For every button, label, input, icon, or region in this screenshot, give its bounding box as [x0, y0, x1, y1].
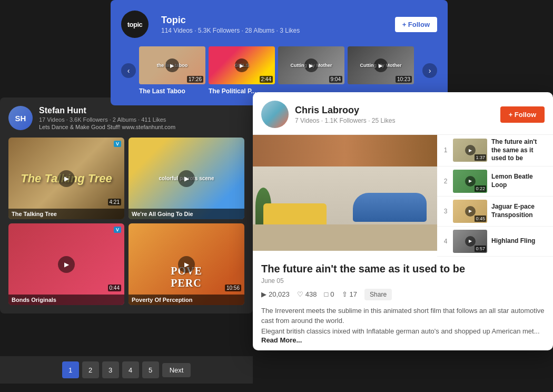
playlist-item-2[interactable]: 2 ▶ 0:22 Lemon Beatle Loop [437, 166, 553, 197]
play-icon-4: ▶ [374, 58, 388, 72]
duration-1: 17:26 [187, 76, 203, 83]
playlist-play-3: ▶ [465, 206, 476, 217]
chris-meta: 7 Videos · 1.1K Followers · 25 Likes [295, 117, 396, 124]
stefan-play-2: ▶ [178, 170, 195, 187]
stefan-label-1: The Talking Tree [8, 209, 124, 219]
stefan-videos: The Talking Tree ▶ V 4:21 The Talking Tr… [8, 138, 244, 305]
stefan-avatar: SH [8, 106, 33, 130]
chris-main-video[interactable] [253, 135, 437, 251]
playlist-thumb-2: ▶ 0:22 [453, 170, 487, 193]
playlist-title-1: The future ain't the same as it used to … [491, 138, 548, 163]
stefan-meta: 17 Videos · 3.6K Followers · 2 Albums · … [39, 116, 175, 123]
topic-header: topic Topic 114 Videos · 5.3K Followers … [121, 11, 437, 38]
stat-shares[interactable]: ⇧ 17 [342, 290, 357, 298]
playlist-thumb-3: ▶ 0:45 [453, 200, 487, 223]
chris-video-title: The future ain't the same as it used to … [261, 263, 545, 275]
duration-2: 2:44 [260, 76, 273, 83]
stefan-dur-3: 0:44 [108, 285, 121, 291]
playlist-dur-2: 0:22 [475, 185, 486, 192]
stefan-bio: Lets Dance & Make Good Stuff! www.stefan… [39, 124, 175, 130]
stefan-dur-4: 10:56 [225, 285, 241, 291]
stefan-card: SH Stefan Hunt 17 Videos · 3.6K Follower… [0, 97, 253, 313]
topic-thumb-1[interactable]: the last taboo ▶ 17:26 [139, 46, 205, 84]
topic-thumb-3[interactable]: Cutting My Mother ▶ 9:04 [278, 46, 344, 84]
playlist-item-4[interactable]: 4 ▶ 0:57 Highland Fling [437, 227, 553, 257]
chris-card: Chris Labrooy 7 Videos · 1.1K Followers … [253, 92, 553, 350]
playlist-thumb-4: ▶ 0:57 [453, 230, 487, 253]
playlist-play-2: ▶ [465, 176, 476, 187]
playlist-title-2: Lemon Beatle Loop [491, 173, 548, 189]
stefan-label-4: Poverty Of Perception [129, 295, 244, 305]
playlist-num-1: 1 [442, 146, 449, 154]
chris-video-date: June 05 [261, 277, 545, 285]
playlist-play-1: ▶ [465, 145, 476, 155]
playlist-thumb-1: ▶ 1:37 [453, 139, 487, 162]
page-btn-2[interactable]: 2 [82, 361, 99, 378]
playlist-info-3: Jaguar E-pace Transposition [491, 203, 548, 219]
stefan-header: SH Stefan Hunt 17 Videos · 3.6K Follower… [8, 106, 244, 130]
share-count-icon: ⇧ [342, 290, 348, 298]
chris-video-description: The Irreverent meets the sublime in this… [261, 306, 545, 337]
topic-caption-1: The Last Taboo [139, 87, 205, 95]
pagination: 1 2 3 4 5 Next [0, 356, 253, 384]
stat-comments[interactable]: □ 0 [324, 290, 334, 298]
topic-prev-button[interactable]: ‹ [121, 63, 136, 78]
chris-playlist: 1 ▶ 1:37 The future ain't the same as it… [437, 135, 553, 257]
stefan-play-4: ▶ [178, 256, 195, 273]
stefan-label-2: We're All Going To Die [129, 209, 244, 219]
stefan-info: Stefan Hunt 17 Videos · 3.6K Followers ·… [39, 106, 175, 130]
chris-follow-button[interactable]: + Follow [500, 106, 545, 123]
topic-thumb-2[interactable]: GIRLS ▶ 2:44 [209, 46, 275, 84]
playlist-info-2: Lemon Beatle Loop [491, 173, 548, 189]
page-btn-5[interactable]: 5 [142, 361, 159, 378]
stefan-thumb-1[interactable]: The Talking Tree ▶ V 4:21 The Talking Tr… [8, 138, 124, 219]
duration-3: 9:04 [329, 76, 342, 83]
share-button[interactable]: Share [364, 289, 392, 300]
chris-body: 1 ▶ 1:37 The future ain't the same as it… [253, 135, 553, 257]
playlist-dur-4: 0:57 [475, 246, 486, 252]
topic-thumb-4[interactable]: Cutting My Mother ▶ 10:23 [348, 46, 414, 84]
topic-video-list: ‹ the last taboo ▶ 17:26 The Last Taboo … [121, 46, 437, 95]
page-btn-1[interactable]: 1 [62, 361, 79, 378]
play-icon-3: ▶ [304, 58, 318, 72]
playlist-num-2: 2 [442, 178, 449, 185]
car-decoration [353, 193, 427, 222]
playlist-item-3[interactable]: 3 ▶ 0:45 Jaguar E-pace Transposition [437, 197, 553, 227]
page-next-button[interactable]: Next [162, 363, 191, 377]
heart-icon: ♡ [297, 290, 303, 298]
chris-video-info: The future ain't the same as it used to … [253, 257, 553, 351]
topic-info: Topic 114 Videos · 5.3K Followers · 28 A… [161, 15, 300, 34]
chris-name: Chris Labrooy [295, 105, 396, 116]
topic-thumbs: the last taboo ▶ 17:26 The Last Taboo GI… [139, 46, 419, 95]
playlist-play-4: ▶ [465, 236, 476, 247]
stefan-thumb-2[interactable]: colorful parrots scene ▶ We're All Going… [129, 138, 244, 219]
playlist-dur-1: 1:37 [475, 154, 486, 161]
playlist-dur-3: 0:45 [475, 215, 486, 222]
stefan-thumb-4[interactable]: POVEPERC ▶ 10:56 Poverty Of Perception [129, 223, 244, 305]
vimeo-logo-3: V [114, 227, 121, 233]
stat-likes[interactable]: ♡ 438 [297, 290, 317, 298]
stefan-play-3: ▶ [58, 256, 75, 273]
chris-header: Chris Labrooy 7 Videos · 1.1K Followers … [253, 92, 553, 135]
topic-next-button[interactable]: › [422, 63, 437, 78]
stefan-label-3: Bonds Originals [8, 295, 124, 305]
playlist-num-3: 3 [442, 208, 449, 215]
stefan-thumb-3[interactable]: ▶ V 0:44 Bonds Originals [8, 223, 124, 305]
playlist-title-4: Highland Fling [491, 237, 548, 246]
read-more-button[interactable]: Read More... [261, 336, 545, 344]
stefan-dur-1: 4:21 [108, 199, 121, 205]
topic-meta: 114 Videos · 5.3K Followers · 28 Albums … [161, 27, 300, 34]
page-btn-3[interactable]: 3 [102, 361, 119, 378]
sofa-decoration [263, 203, 327, 224]
playlist-item-1[interactable]: 1 ▶ 1:37 The future ain't the same as it… [437, 135, 553, 166]
playlist-info-4: Highland Fling [491, 237, 548, 246]
chris-avatar [261, 101, 289, 128]
topic-name: Topic [161, 15, 300, 26]
playlist-info-1: The future ain't the same as it used to … [491, 138, 548, 163]
topic-follow-button[interactable]: + Follow [395, 17, 437, 32]
play-icon-2: ▶ [235, 58, 249, 72]
playlist-title-3: Jaguar E-pace Transposition [491, 203, 548, 219]
play-icon-1: ▶ [165, 58, 179, 72]
page-btn-4[interactable]: 4 [122, 361, 139, 378]
topic-card: topic Topic 114 Videos · 5.3K Followers … [111, 0, 448, 105]
